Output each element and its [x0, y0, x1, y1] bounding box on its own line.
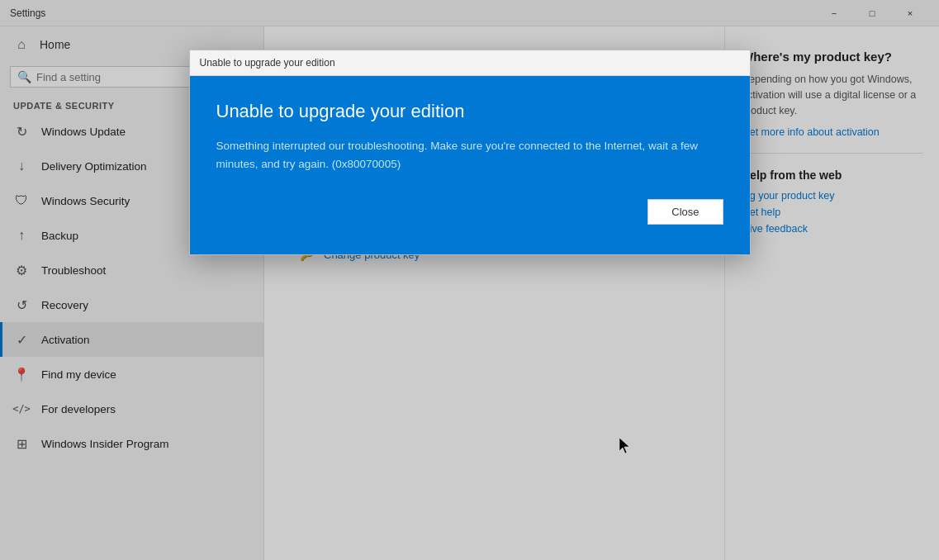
dialog-titlebar-text: Unable to upgrade your edition [200, 57, 335, 69]
dialog-window: Unable to upgrade your edition Unable to… [189, 50, 751, 255]
dialog-title: Unable to upgrade your edition [216, 101, 723, 122]
dialog-overlay: Unable to upgrade your edition Unable to… [0, 0, 939, 560]
dialog-titlebar: Unable to upgrade your edition [190, 50, 750, 76]
dialog-footer: Close [216, 196, 723, 230]
dialog-close-button[interactable]: Close [647, 199, 723, 225]
dialog-message: Something interrupted our troubleshootin… [216, 137, 723, 173]
dialog-body: Unable to upgrade your edition Something… [190, 76, 750, 254]
